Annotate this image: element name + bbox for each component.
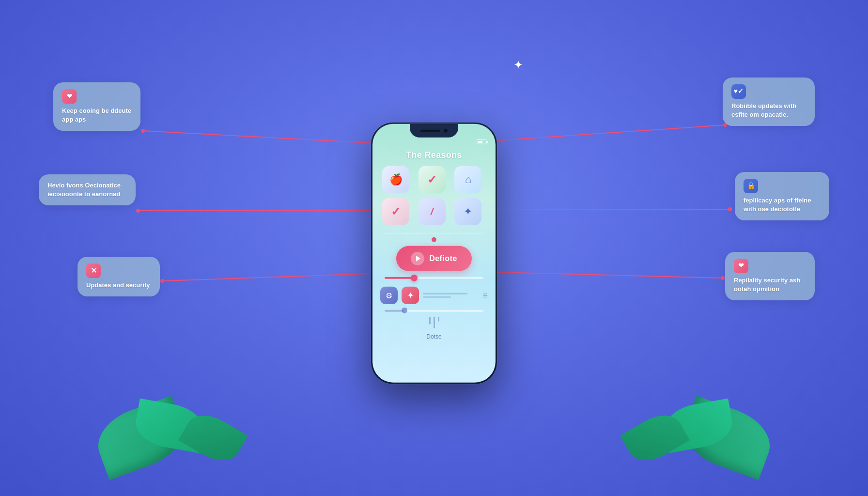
bottom-label: Dotse (426, 333, 441, 340)
slider-fill-1 (385, 277, 414, 279)
settings-line-1 (423, 293, 467, 294)
callout-mr-text: feplilcacy aps of ffelne with ose deciot… (744, 197, 811, 213)
callout-tl-text: Keep cooing be ddeute app aps (62, 107, 131, 123)
callout-mid-left: Hevio fvons Oecionatice iecisooonte to e… (39, 174, 136, 205)
checkmark2-icon: ✓ (391, 205, 401, 218)
callout-mid-right: 🔒 feplilcacy aps of ffelne with ose deci… (735, 172, 829, 220)
app-icon-slash[interactable]: / (418, 198, 446, 225)
sparkle-icon: ✦ (513, 58, 523, 72)
callout-bot-right: ❤ Repilality security ash oofah opmition (725, 252, 815, 300)
slider-track-2[interactable] (385, 310, 483, 312)
callout-br-icon: ❤ (734, 259, 748, 273)
slider-thumb-1[interactable] (411, 275, 418, 281)
callout-tr-icon: ♥✓ (731, 84, 746, 99)
play-triangle-icon (416, 256, 420, 262)
play-circle-icon (411, 252, 424, 265)
app-icon-home[interactable]: ⌂ (454, 166, 481, 193)
phone-screen: The Reasons 🍎 ✓ ⌂ ✓ / ✦ (372, 124, 496, 383)
settings-star-icon[interactable]: ✦ (402, 287, 419, 304)
slash-icon: / (431, 206, 434, 217)
callout-mr-icon: 🔒 (744, 179, 758, 193)
bar-2 (434, 317, 435, 328)
callout-bl-icon: ✕ (86, 264, 101, 278)
phone-title: The Reasons (406, 150, 462, 160)
house-icon: ⌂ (465, 173, 471, 186)
app-grid: 🍎 ✓ ⌂ ✓ / ✦ (372, 160, 496, 231)
app-icon-apple[interactable]: 🍎 (382, 166, 409, 193)
callout-tl-icon: ❤ (62, 89, 77, 104)
callout-top-left: ❤ Keep cooing be ddeute app aps (53, 82, 140, 131)
settings-lines (423, 293, 479, 298)
callout-bl-text: Updates and security (86, 281, 150, 289)
callout-ml-text: Hevio fvons Oecionatice iecisooonte to e… (47, 182, 121, 198)
settings-gear-icon[interactable]: ⚙ (380, 287, 398, 304)
callout-bot-left: ✕ Updates and security (78, 257, 160, 296)
notch-speaker (420, 129, 440, 132)
settings-row: ⚙ ✦ ≡ (372, 283, 496, 308)
phone: The Reasons 🍎 ✓ ⌂ ✓ / ✦ (371, 123, 497, 384)
play-button[interactable]: Defiote (396, 246, 472, 271)
phone-wrapper: The Reasons 🍎 ✓ ⌂ ✓ / ✦ (371, 123, 497, 384)
callout-top-right: ♥✓ Robiible updates with esfite om opaca… (723, 78, 815, 126)
app-icon-check[interactable]: ✓ (418, 166, 446, 193)
bar-1 (429, 317, 431, 325)
bottom-bars (429, 317, 439, 328)
slider-thumb-2[interactable] (402, 308, 407, 313)
callout-br-text: Repilality security ash oofah opmition (734, 277, 800, 293)
notch-camera (444, 129, 448, 133)
app-icon-star[interactable]: ✦ (454, 198, 481, 225)
settings-menu-icon[interactable]: ≡ (482, 290, 488, 300)
progress-dot (432, 237, 436, 242)
play-label: Defiote (429, 254, 457, 263)
battery-icon (477, 140, 488, 144)
phone-notch (410, 124, 458, 138)
bar-3 (438, 317, 439, 322)
callout-tr-text: Robiible updates with esfite om opacatie… (731, 102, 796, 118)
apple-icon: 🍎 (389, 173, 403, 186)
phone-divider (385, 233, 483, 233)
app-icon-check2[interactable]: ✓ (382, 198, 409, 225)
sparkle-icon2: ✦ (464, 205, 472, 218)
settings-line-2 (423, 296, 451, 298)
slider-track-1[interactable] (385, 277, 483, 279)
checkmark-icon: ✓ (427, 173, 437, 186)
